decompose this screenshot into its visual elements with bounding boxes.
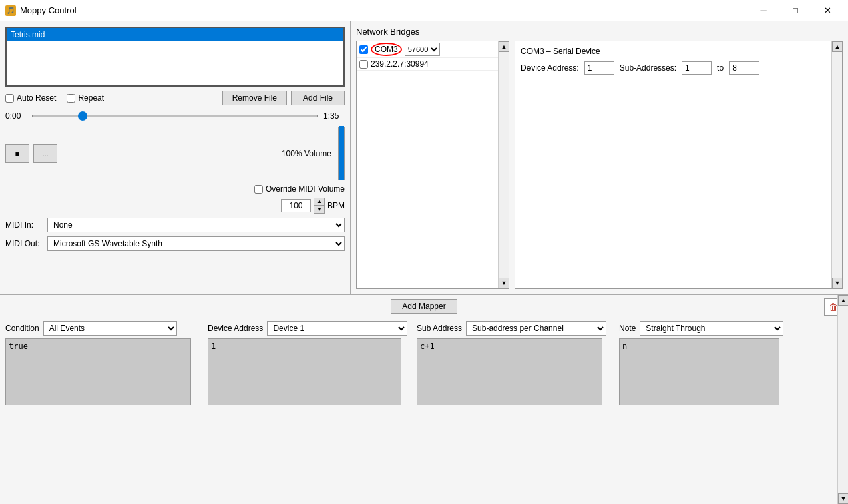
condition-label: Condition	[5, 324, 39, 333]
device-panel-scrollbar: ▲ ▼	[831, 41, 842, 288]
volume-label: 100% Volume	[282, 149, 331, 158]
bpm-spinner: ▲ ▼	[314, 198, 325, 214]
auto-reset-checkbox[interactable]	[5, 94, 14, 103]
scroll-down-arrow[interactable]: ▼	[499, 278, 509, 288]
bridge-item-udp: 239.2.2.7:30994	[357, 58, 509, 71]
midi-in-select[interactable]: None	[47, 218, 345, 232]
sub-address-select[interactable]: Sub-address per Channel	[466, 321, 606, 336]
bridge-list: COM3 57600 239.2.2.7:30994 ▲ ▼	[356, 41, 509, 289]
override-midi-label[interactable]: Override MIDI Volume	[254, 184, 345, 194]
network-bridges-title: Network Bridges	[356, 27, 843, 37]
delete-icon: 🗑	[829, 302, 838, 312]
file-list-item[interactable]: Tetris.mid	[7, 28, 343, 41]
app-icon: 🎵	[5, 5, 16, 16]
bpm-input[interactable]	[281, 199, 311, 212]
bridge-udp-checkbox[interactable]	[359, 60, 368, 69]
bridges-area: COM3 57600 239.2.2.7:30994 ▲ ▼	[356, 41, 843, 289]
sub-addresses-label: Sub-Addresses:	[620, 63, 676, 73]
sub-address-to-label: to	[717, 63, 724, 73]
device-fields: Device Address: Sub-Addresses: to	[521, 61, 837, 75]
device-address-col-label: Device Address	[208, 324, 263, 333]
midi-in-label: MIDI In:	[5, 220, 42, 230]
mapper-subaddr-col: Sub Address Sub-address per Channel	[417, 321, 614, 405]
device-scroll-down[interactable]: ▼	[832, 278, 843, 288]
scroll-up-arrow[interactable]: ▲	[499, 41, 509, 52]
sub-address-from-input[interactable]	[682, 61, 712, 75]
bpm-up-button[interactable]: ▲	[314, 198, 325, 206]
repeat-checkbox[interactable]	[67, 94, 75, 103]
mapper-note-col: Note Straight Through	[619, 321, 843, 405]
condition-textarea[interactable]	[5, 338, 191, 405]
mapper-condition-col: Condition All Events	[5, 321, 202, 405]
mapper-header-row: Condition All Events Device Address Devi…	[0, 318, 848, 408]
repeat-label[interactable]: Repeat	[67, 93, 104, 103]
device-address-label: Device Address:	[521, 63, 579, 73]
midi-out-select[interactable]: Microsoft GS Wavetable Synth	[47, 236, 345, 251]
top-section: Tetris.mid Auto Reset Repeat Remove File	[0, 21, 848, 295]
bottom-section: Add Mapper 🗑 Condition All Events D	[0, 295, 848, 504]
bottom-scroll-up[interactable]: ▲	[838, 295, 848, 306]
stop-button[interactable]: ■	[5, 144, 29, 163]
bottom-scroll-down[interactable]: ▼	[838, 493, 848, 504]
add-file-button[interactable]: Add File	[291, 91, 345, 105]
override-midi-checkbox[interactable]	[254, 185, 263, 194]
right-panel: Network Bridges COM3 57600 2	[351, 21, 848, 294]
bpm-down-button[interactable]: ▼	[314, 206, 325, 214]
close-button[interactable]: ✕	[812, 1, 843, 21]
bridge-udp-name: 239.2.2.7:30994	[371, 59, 429, 69]
auto-reset-label[interactable]: Auto Reset	[5, 93, 56, 103]
midi-in-row: MIDI In: None	[5, 218, 345, 232]
volume-fill	[339, 126, 344, 180]
midi-out-label: MIDI Out:	[5, 239, 42, 248]
time-start: 0:00	[5, 111, 27, 121]
device-info-panel: COM3 – Serial Device Device Address: Sub…	[515, 41, 843, 289]
progress-slider-container[interactable]	[32, 109, 318, 123]
bpm-label: BPM	[327, 201, 345, 210]
mapper-header: Add Mapper 🗑	[0, 295, 848, 318]
time-row: 0:00 1:35	[5, 109, 345, 123]
note-textarea[interactable]	[619, 338, 779, 405]
mapper-device-col: Device Address Device 1	[208, 321, 411, 405]
bridge-item-com3: COM3 57600	[357, 41, 509, 58]
note-col-label: Note	[619, 324, 636, 333]
maximize-button[interactable]: □	[780, 1, 811, 21]
bottom-scrollbar: ▲ ▼	[837, 295, 848, 504]
left-panel: Tetris.mid Auto Reset Repeat Remove File	[0, 21, 351, 294]
note-select[interactable]: Straight Through	[640, 321, 783, 336]
remove-file-button[interactable]: Remove File	[222, 91, 287, 105]
add-mapper-button[interactable]: Add Mapper	[391, 299, 457, 314]
device-address-input[interactable]	[584, 61, 614, 75]
main-content: Tetris.mid Auto Reset Repeat Remove File	[0, 21, 848, 504]
sub-address-end-input[interactable]	[729, 61, 759, 75]
app-title: Moppy Control	[20, 5, 77, 15]
file-list[interactable]: Tetris.mid	[5, 27, 345, 87]
sub-address-col-label: Sub Address	[417, 324, 462, 333]
more-button[interactable]: ...	[33, 144, 57, 163]
midi-out-row: MIDI Out: Microsoft GS Wavetable Synth	[5, 236, 345, 251]
file-btn-row: Remove File Add File	[222, 91, 345, 105]
device-info-title: COM3 – Serial Device	[521, 47, 837, 56]
bpm-row: ▲ ▼ BPM	[5, 198, 345, 214]
bridge-com3-checkbox[interactable]	[359, 45, 368, 54]
checkbox-row: Auto Reset Repeat	[5, 93, 104, 103]
title-bar: 🎵 Moppy Control ─ □ ✕	[0, 0, 848, 21]
bridge-com3-name: COM3	[371, 43, 402, 56]
progress-slider-thumb[interactable]	[78, 111, 87, 121]
time-end: 1:35	[323, 111, 345, 121]
progress-slider[interactable]	[32, 115, 318, 117]
title-bar-left: 🎵 Moppy Control	[5, 5, 77, 16]
title-bar-controls: ─ □ ✕	[748, 1, 843, 21]
device-address-select[interactable]: Device 1	[267, 321, 407, 336]
bridge-list-scrollbar: ▲ ▼	[498, 41, 509, 288]
volume-slider[interactable]	[338, 127, 345, 180]
condition-select[interactable]: All Events	[43, 321, 177, 336]
transport-row: ■ ...	[5, 144, 57, 163]
override-row: Override MIDI Volume	[5, 184, 345, 194]
minimize-button[interactable]: ─	[748, 1, 779, 21]
device-scroll-up[interactable]: ▲	[832, 41, 843, 52]
sub-address-textarea[interactable]	[417, 338, 602, 405]
device-address-textarea[interactable]	[208, 338, 401, 405]
bridge-com3-baud-select[interactable]: 57600	[405, 43, 440, 56]
